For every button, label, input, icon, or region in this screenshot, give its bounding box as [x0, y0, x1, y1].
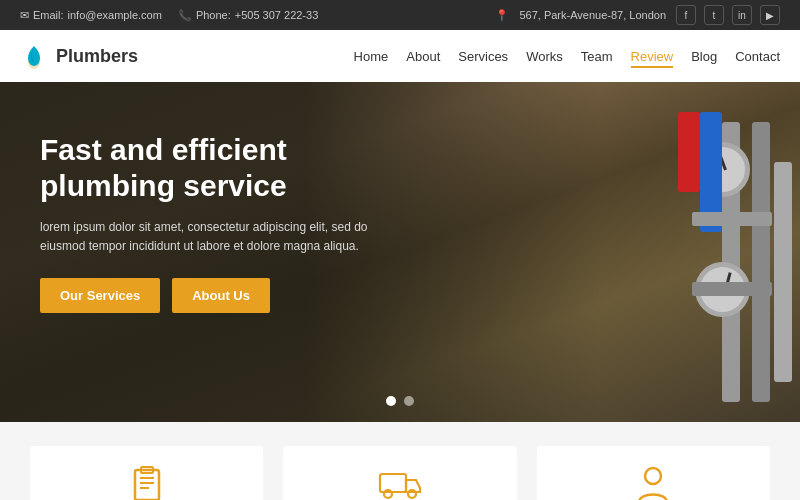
nav-about[interactable]: About: [406, 47, 440, 65]
hero-dots: [386, 396, 414, 406]
truck-icon: [378, 466, 422, 500]
svg-rect-7: [380, 474, 406, 492]
card-2: [283, 446, 516, 500]
pipe-horizontal: [692, 212, 772, 226]
nav-home[interactable]: Home: [354, 47, 389, 65]
svg-point-10: [645, 468, 661, 484]
pipe-vertical-3: [774, 162, 792, 382]
location-value: 567, Park-Avenue-87, London: [519, 9, 666, 21]
email-value: info@example.com: [68, 9, 162, 21]
email-contact: ✉ Email: info@example.com: [20, 9, 162, 22]
pipe-horizontal-2: [692, 282, 772, 296]
about-us-button[interactable]: About Us: [172, 278, 270, 313]
pipe-red: [678, 112, 700, 192]
social-icons: f t in ▶: [676, 5, 780, 25]
navbar: Plumbers Home About Services Works Team …: [0, 30, 800, 82]
card-3-icon: [635, 466, 671, 500]
hero-content: Fast and efficientplumbing service lorem…: [0, 82, 440, 363]
pipe-vertical-2: [752, 122, 770, 402]
svg-rect-2: [135, 470, 159, 500]
invoice-icon: [127, 466, 167, 500]
hero-section: Fast and efficientplumbing service lorem…: [0, 82, 800, 422]
nav-works[interactable]: Works: [526, 47, 563, 65]
twitter-icon[interactable]: t: [704, 5, 724, 25]
logo[interactable]: Plumbers: [20, 42, 138, 70]
facebook-icon[interactable]: f: [676, 5, 696, 25]
logo-text: Plumbers: [56, 46, 138, 67]
email-icon: ✉: [20, 9, 29, 22]
dot-2[interactable]: [404, 396, 414, 406]
phone-icon: 📞: [178, 9, 192, 22]
card-2-icon: [378, 466, 422, 500]
nav-services[interactable]: Services: [458, 47, 508, 65]
youtube-icon[interactable]: ▶: [760, 5, 780, 25]
nav-blog[interactable]: Blog: [691, 47, 717, 65]
location-icon: 📍: [495, 9, 509, 22]
cards-section: [0, 422, 800, 500]
top-bar-right: 📍 567, Park-Avenue-87, London f t in ▶: [495, 5, 780, 25]
hero-buttons: Our Services About Us: [40, 278, 400, 313]
phone-value: +505 307 222-33: [235, 9, 319, 21]
logo-icon: [20, 42, 48, 70]
card-1: [30, 446, 263, 500]
email-label: Email:: [33, 9, 64, 21]
nav-review[interactable]: Review: [631, 47, 674, 65]
phone-label: Phone:: [196, 9, 231, 21]
our-services-button[interactable]: Our Services: [40, 278, 160, 313]
card-1-icon: [127, 466, 167, 500]
hero-body: lorem ipsum dolor sit amet, consectetur …: [40, 218, 400, 256]
nav-links: Home About Services Works Team Review Bl…: [354, 47, 780, 65]
top-bar-left: ✉ Email: info@example.com 📞 Phone: +505 …: [20, 9, 318, 22]
nav-team[interactable]: Team: [581, 47, 613, 65]
top-bar: ✉ Email: info@example.com 📞 Phone: +505 …: [0, 0, 800, 30]
person-icon: [635, 466, 671, 500]
hero-title: Fast and efficientplumbing service: [40, 132, 400, 204]
phone-contact: 📞 Phone: +505 307 222-33: [178, 9, 318, 22]
dot-1[interactable]: [386, 396, 396, 406]
card-3: [537, 446, 770, 500]
linkedin-icon[interactable]: in: [732, 5, 752, 25]
nav-contact[interactable]: Contact: [735, 47, 780, 65]
